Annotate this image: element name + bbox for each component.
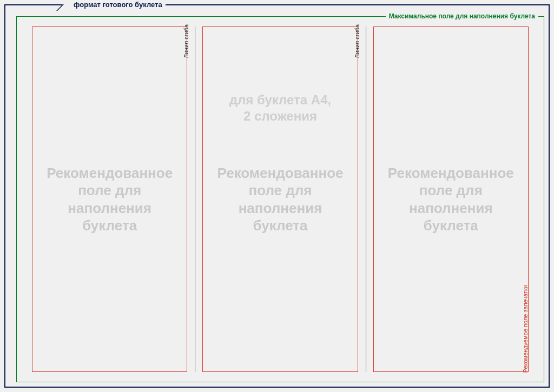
text-line: буклета (253, 217, 307, 234)
panel-right-wrap: Рекомендованное поле для наполнения букл… (366, 26, 536, 372)
panel-left: Рекомендованное поле для наполнения букл… (32, 26, 187, 372)
trim-label: формат готового буклета (70, 1, 166, 9)
text-line: буклета (424, 217, 478, 234)
text-line: Рекомендованное (217, 165, 343, 181)
print-area-label: Рекомендуемое поле запечатки (522, 285, 529, 373)
panel-center-wrap: для буклета А4, 2 сложения Рекомендованн… (195, 26, 365, 372)
text-line: для буклета А4, (229, 92, 331, 107)
panel-right: Рекомендованное поле для наполнения букл… (373, 26, 529, 372)
text-line: наполнения (409, 200, 493, 216)
panel-center-title: для буклета А4, 2 сложения (203, 92, 357, 124)
text-line: поле для (419, 182, 483, 198)
panels-container: Линия сгиба Линия сгиба Рекомендованное … (24, 26, 536, 372)
text-line: буклета (82, 217, 137, 234)
text-line: наполнения (68, 200, 151, 216)
text-line: 2 сложения (243, 109, 317, 123)
panel-right-text: Рекомендованное поле для наполнения букл… (384, 164, 518, 235)
trim-frame: формат готового буклета Максимальное пол… (4, 4, 550, 388)
safe-label: Максимальное поле для наполнения буклета (386, 12, 538, 20)
panel-center: для буклета А4, 2 сложения Рекомендованн… (202, 26, 358, 372)
panel-left-text: Рекомендованное поле для наполнения букл… (42, 164, 177, 235)
safe-frame: Максимальное поле для наполнения буклета… (16, 16, 544, 382)
panel-center-text: Рекомендованное поле для наполнения букл… (213, 164, 347, 235)
text-line: поле для (78, 182, 141, 198)
text-line: поле для (248, 182, 312, 198)
panel-left-wrap: Рекомендованное поле для наполнения букл… (24, 26, 195, 372)
text-line: Рекомендованное (47, 165, 173, 181)
text-line: наполнения (239, 200, 322, 216)
text-line: Рекомендованное (388, 165, 514, 181)
